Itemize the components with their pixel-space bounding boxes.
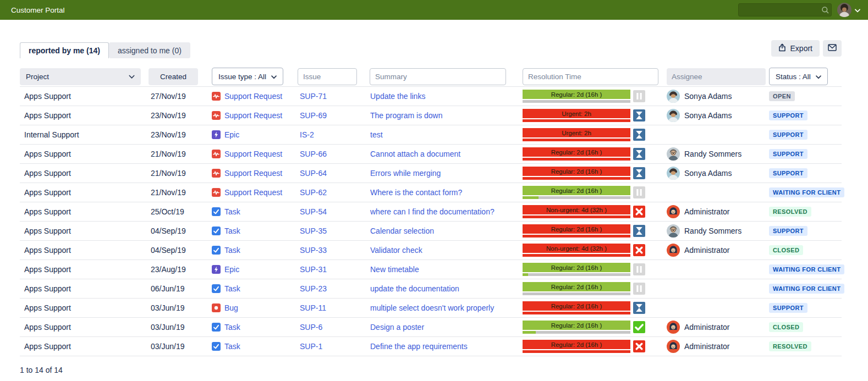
sla-progress-track bbox=[523, 177, 630, 180]
created-column-header[interactable]: Created bbox=[149, 68, 198, 85]
search-icon[interactable] bbox=[819, 6, 831, 14]
status-cell: SUPPORT bbox=[767, 303, 842, 313]
issue-type-cell: Support Request bbox=[208, 92, 295, 101]
project-cell: Apps Support bbox=[20, 342, 146, 351]
resolution-time-cell: Regular: 2d (16h ) bbox=[519, 263, 663, 276]
issue-key-link[interactable]: SUP-66 bbox=[300, 150, 327, 158]
user-menu[interactable] bbox=[837, 3, 860, 17]
sla-label: Non-urgent: 4d (32h ) bbox=[523, 205, 630, 214]
summary-link[interactable]: The program is down bbox=[370, 111, 443, 120]
table-row: Apps Support06/Jun/19TaskSUP-23update th… bbox=[20, 279, 842, 298]
issue-type-cell: Support Request bbox=[208, 188, 295, 197]
project-cell: Apps Support bbox=[20, 150, 146, 158]
check-icon bbox=[633, 321, 645, 333]
tab-reported-by-me[interactable]: reported by me (14) bbox=[20, 42, 109, 58]
sla-bar: Non-urgent: 4d (32h ) bbox=[523, 205, 630, 218]
issue-key-link[interactable]: SUP-1 bbox=[300, 342, 322, 351]
summary-link[interactable]: Errors while merging bbox=[370, 169, 441, 178]
status-cell: CLOSED bbox=[767, 245, 842, 255]
assignee-cell: Sonya Adams bbox=[663, 90, 767, 103]
summary-link[interactable]: Define the app requirements bbox=[370, 342, 468, 351]
issue-key-cell: SUP-64 bbox=[295, 169, 366, 178]
issue-key-cell: SUP-6 bbox=[295, 323, 366, 332]
summary-filter-input[interactable] bbox=[370, 68, 506, 85]
issue-type-filter-select[interactable]: Issue type : All bbox=[212, 68, 283, 85]
summary-cell: Errors while merging bbox=[366, 169, 519, 178]
issue-type-cell: Support Request bbox=[208, 111, 295, 120]
sla-label: Regular: 2d (16h ) bbox=[523, 167, 630, 176]
summary-link[interactable]: New timetable bbox=[370, 265, 419, 274]
tab-assigned-to-me[interactable]: assigned to me (0) bbox=[109, 42, 190, 58]
table-row: Apps Support21/Nov/19Support RequestSUP-… bbox=[20, 183, 842, 202]
assignee-cell: Administrator bbox=[663, 244, 767, 257]
summary-link[interactable]: test bbox=[370, 130, 383, 139]
sla-progress-fill bbox=[523, 158, 630, 161]
issue-key-link[interactable]: SUP-54 bbox=[300, 207, 327, 216]
table-row: Apps Support23/Aug/19EpicSUP-31New timet… bbox=[20, 259, 842, 279]
project-cell: Apps Support bbox=[20, 284, 146, 293]
summary-link[interactable]: Calendar selection bbox=[370, 227, 434, 235]
assignee-filter-input[interactable] bbox=[667, 68, 766, 85]
summary-link[interactable]: multiple select doesn't work properly bbox=[370, 303, 494, 312]
sla-progress-fill bbox=[523, 350, 630, 353]
avatar bbox=[667, 109, 680, 122]
issue-key-cell: SUP-62 bbox=[295, 188, 366, 197]
sla-bar: Urgent: 2h bbox=[523, 109, 630, 122]
summary-link[interactable]: Where is the contact form? bbox=[370, 188, 462, 197]
issue-key-link[interactable]: SUP-62 bbox=[300, 188, 327, 197]
issue-key-link[interactable]: SUP-71 bbox=[300, 92, 327, 101]
issue-key-link[interactable]: SUP-64 bbox=[300, 169, 327, 178]
resolution-time-cell: Regular: 2d (16h ) bbox=[519, 167, 663, 180]
summary-cell: Design a poster bbox=[366, 323, 519, 332]
status-filter-select[interactable]: Status : All bbox=[769, 68, 828, 85]
issue-key-cell: SUP-35 bbox=[295, 227, 366, 235]
sla-bar: Regular: 2d (16h ) bbox=[523, 167, 630, 180]
issue-type-label: Task bbox=[224, 207, 240, 216]
summary-link[interactable]: update the documentation bbox=[370, 284, 459, 293]
summary-link[interactable]: where can I find the documentation? bbox=[370, 207, 495, 216]
hourglass-icon bbox=[633, 225, 645, 237]
issue-key-link[interactable]: SUP-23 bbox=[300, 284, 327, 293]
created-cell: 03/Jun/19 bbox=[146, 342, 208, 351]
summary-link[interactable]: Design a poster bbox=[370, 323, 424, 332]
mail-button[interactable] bbox=[823, 40, 842, 57]
sla-progress-track bbox=[523, 273, 630, 276]
summary-link[interactable]: Validator check bbox=[370, 246, 422, 255]
summary-link[interactable]: Cannot attach a document bbox=[370, 150, 460, 158]
status-cell: WAITING FOR CLIENT bbox=[767, 187, 844, 197]
project-cell: Apps Support bbox=[20, 246, 146, 255]
resolution-time-filter-input[interactable] bbox=[523, 68, 658, 85]
sla-bar: Regular: 2d (16h ) bbox=[523, 301, 630, 314]
issue-type-label: Task bbox=[224, 284, 240, 293]
pause-icon bbox=[633, 263, 645, 275]
table-row: Apps Support04/Sep/19TaskSUP-35Calendar … bbox=[20, 221, 842, 240]
issue-key-link[interactable]: IS-2 bbox=[300, 130, 314, 139]
issue-type-label: Support Request bbox=[224, 150, 282, 158]
issue-key-cell: SUP-1 bbox=[295, 342, 366, 351]
search-input[interactable] bbox=[739, 6, 819, 14]
issue-key-link[interactable]: SUP-11 bbox=[300, 303, 326, 312]
status-cell: SUPPORT bbox=[767, 168, 842, 178]
assignee-name: Administrator bbox=[684, 323, 729, 332]
issue-filter-input[interactable] bbox=[298, 68, 357, 85]
project-cell: Apps Support bbox=[20, 265, 146, 274]
chevron-down-icon[interactable] bbox=[855, 5, 860, 15]
resolution-time-cell: Regular: 2d (16h ) bbox=[519, 321, 663, 334]
issue-key-link[interactable]: SUP-6 bbox=[300, 323, 322, 332]
user-avatar[interactable] bbox=[837, 3, 851, 17]
mail-icon bbox=[828, 44, 837, 53]
status-badge: SUPPORT bbox=[769, 303, 807, 313]
issue-key-link[interactable]: SUP-33 bbox=[300, 246, 327, 255]
status-cell: SUPPORT bbox=[767, 226, 842, 236]
created-cell: 04/Sep/19 bbox=[146, 227, 208, 235]
issue-key-link[interactable]: SUP-31 bbox=[300, 265, 327, 274]
chevron-down-icon bbox=[129, 73, 135, 81]
summary-link[interactable]: Update the links bbox=[370, 92, 425, 101]
assignee-name: Administrator bbox=[684, 246, 729, 255]
project-filter-select[interactable]: Project bbox=[20, 68, 141, 85]
export-button[interactable]: Export bbox=[771, 40, 820, 57]
issue-key-link[interactable]: SUP-35 bbox=[300, 227, 327, 235]
avatar bbox=[667, 340, 680, 353]
search-box[interactable] bbox=[738, 3, 832, 16]
issue-key-link[interactable]: SUP-69 bbox=[300, 111, 327, 120]
